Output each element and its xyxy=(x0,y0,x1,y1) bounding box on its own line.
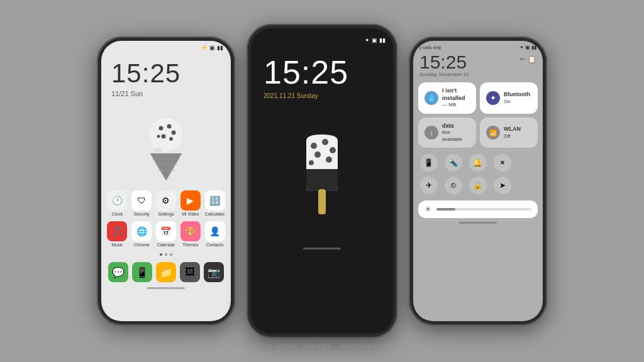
tile-wlan-text: WLAN Off xyxy=(504,126,521,140)
app-clock[interactable]: 🕐 Clock xyxy=(106,190,128,216)
app-security[interactable]: 🛡 Security xyxy=(131,190,153,216)
airplane-button[interactable]: ✈ xyxy=(420,177,438,194)
calendar-app-label: Calendar xyxy=(157,243,175,247)
themes-app-label: Themes xyxy=(182,243,198,247)
copyright-button[interactable]: © xyxy=(445,177,462,194)
tile-data-title: data xyxy=(442,123,470,130)
tile-app-text: I isn't installed — MB xyxy=(442,87,470,109)
app-mivideo[interactable]: ▶ Mi Video xyxy=(179,190,201,216)
app-calculator[interactable]: 🔢 Calculator xyxy=(204,190,226,216)
lock-button[interactable]: 🔒 xyxy=(469,177,487,194)
phone-3-clock: 15:25 Sunday, November 21 xyxy=(419,53,469,77)
phone-2-clock: 15:25 2021.11.21 Sunday xyxy=(251,45,393,103)
phone-2: ✦ ▣ ▮▮ 15:25 2021.11.21 Sunday xyxy=(247,24,397,338)
empty-btn xyxy=(518,154,536,172)
phone-1-date: 11/21 Sun xyxy=(111,90,221,97)
svg-point-6 xyxy=(157,135,160,138)
phone-3-clock-row: 15:25 Sunday, November 21 ✏ 📋 xyxy=(413,52,543,79)
music-app-label: Music xyxy=(111,243,123,247)
chrome-app-label: Chrome xyxy=(134,243,150,247)
svg-point-22 xyxy=(309,160,314,165)
tile-app-icon: 💧 xyxy=(425,91,438,105)
phone-3-date-icons: ✏ 📋 xyxy=(519,55,536,63)
calendar-icon-small[interactable]: 📋 xyxy=(528,55,536,63)
ice-cream-cone-container xyxy=(101,112,231,182)
app-contacts[interactable]: 👤 Contacts xyxy=(204,221,226,247)
flashlight-button[interactable]: 🔦 xyxy=(445,154,462,172)
control-tiles: 💧 I isn't installed — MB ✦ Bluetooth On … xyxy=(413,79,543,151)
camera-app-icon: 📷 xyxy=(204,262,224,282)
phone-3-date: Sunday, November 21 xyxy=(419,72,469,77)
app-chrome[interactable]: 🌐 Chrome xyxy=(131,221,153,247)
nfc-button[interactable]: ✕ xyxy=(494,154,511,172)
tile-wlan[interactable]: 📶 WLAN Off xyxy=(480,118,538,148)
edit-icon[interactable]: ✏ xyxy=(519,55,525,63)
battery-icon-2: ▮▮ xyxy=(379,37,386,43)
contacts-app-icon: 👤 xyxy=(205,221,225,241)
clock-app-label: Clock xyxy=(112,212,123,216)
phone-1-dock: 💬 📱 📁 🖼 📷 xyxy=(101,260,231,285)
app-messages[interactable]: 💬 xyxy=(108,262,128,282)
tile-wlan-icon: 📶 xyxy=(486,126,500,140)
app-music[interactable]: 🎵 Music xyxy=(106,221,128,247)
phone-3-time: 15:25 xyxy=(419,53,469,72)
dot-2 xyxy=(165,253,167,256)
popsicle-svg xyxy=(287,128,357,229)
bluetooth-icon: ⚡ xyxy=(201,45,208,51)
phone-1-time: 15:25 xyxy=(111,58,221,89)
tile-app[interactable]: 💧 I isn't installed — MB xyxy=(418,82,476,114)
svg-point-18 xyxy=(322,139,328,145)
tile-data[interactable]: ↕ data Not available xyxy=(418,118,476,148)
app-whatsapp[interactable]: 📱 xyxy=(132,262,152,282)
brightness-track xyxy=(436,208,531,211)
mivideo-app-label: Mi Video xyxy=(182,212,199,216)
svg-point-20 xyxy=(314,151,321,158)
clock-app-icon: 🕐 xyxy=(107,190,127,211)
wifi-icon-2: ▣ xyxy=(372,37,377,43)
settings-app-label: Settings xyxy=(158,212,174,216)
messages-app-icon: 💬 xyxy=(108,262,128,282)
page-dots xyxy=(101,253,231,256)
battery-icon: ▮▮ xyxy=(217,45,223,51)
brightness-bar[interactable]: ☀ xyxy=(418,200,538,218)
svg-rect-23 xyxy=(318,189,326,214)
phone-1: ⚡ ▣ ▮▮ 15:25 11/21 Sun xyxy=(97,36,235,326)
tile-bt-sub: On xyxy=(504,99,530,105)
tile-app-title: I isn't installed xyxy=(442,87,470,102)
settings-app-icon: ⚙ xyxy=(156,190,176,211)
tile-bt-text: Bluetooth On xyxy=(504,91,530,105)
svg-point-21 xyxy=(326,156,332,163)
svg-point-2 xyxy=(167,124,172,129)
phone-2-time: 15:25 xyxy=(264,53,380,91)
phone-3-status-icons: ✦ ▣ ▮▮ xyxy=(519,45,536,50)
photos-app-icon: 🖼 xyxy=(180,262,200,282)
app-photos[interactable]: 🖼 xyxy=(180,262,200,282)
mivideo-app-icon: ▶ xyxy=(180,190,201,211)
app-grid-row2: 🎵 Music 🌐 Chrome 📅 Calendar 🎨 Themes 👤 C… xyxy=(101,219,231,250)
empty-btn2 xyxy=(518,177,536,194)
tile-bt-icon: ✦ xyxy=(486,91,500,105)
contacts-app-label: Contacts xyxy=(206,243,224,247)
phone-2-status-icons: ✦ ▣ ▮▮ xyxy=(365,37,386,43)
calculator-app-label: Calculator xyxy=(205,212,225,216)
app-camera[interactable]: 📷 xyxy=(204,262,224,282)
tile-wlan-sub: Off xyxy=(504,133,521,140)
svg-point-19 xyxy=(330,147,336,153)
calendar-app-icon: 📅 xyxy=(156,221,176,241)
battery-icon-3: ▮▮ xyxy=(531,45,536,50)
app-themes[interactable]: 🎨 Themes xyxy=(179,221,201,247)
phone-1-home-indicator xyxy=(147,287,185,289)
calculator-app-icon: 🔢 xyxy=(205,190,225,211)
app-files[interactable]: 📁 xyxy=(156,262,176,282)
tile-bluetooth[interactable]: ✦ Bluetooth On xyxy=(480,82,538,114)
ice-cream-cone-svg xyxy=(141,112,191,182)
tile-data-text: data Not available xyxy=(442,123,470,143)
location-button[interactable]: ➤ xyxy=(494,177,511,194)
tile-app-sub: — MB xyxy=(442,102,470,108)
notification-button[interactable]: 🔔 xyxy=(469,154,487,172)
app-calendar[interactable]: 📅 Calendar xyxy=(155,221,177,247)
app-settings[interactable]: ⚙ Settings xyxy=(155,190,177,216)
quick-buttons-row2: ✈ © 🔒 ➤ xyxy=(413,174,543,197)
vibrate-button[interactable]: 📳 xyxy=(420,154,438,172)
brightness-fill xyxy=(436,208,455,211)
